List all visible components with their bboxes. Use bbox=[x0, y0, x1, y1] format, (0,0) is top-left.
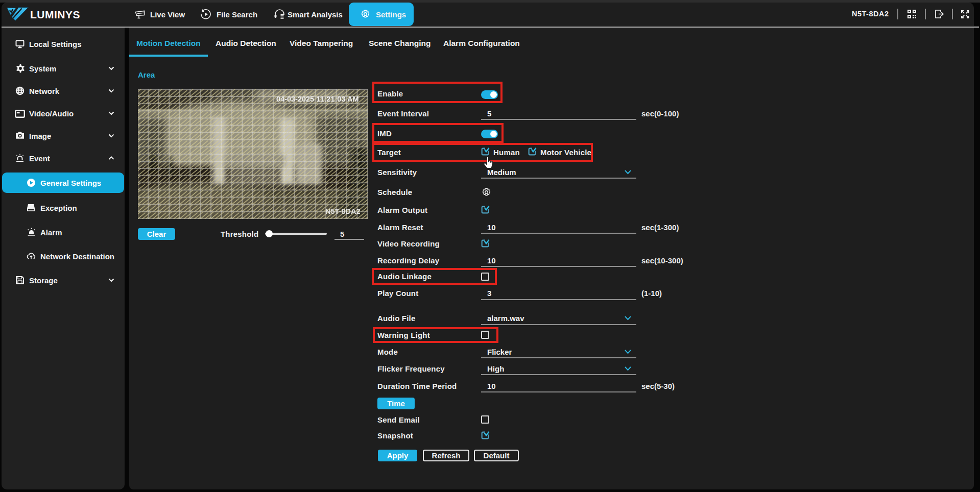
svg-text:04-03-2025 11:21:03 AM: 04-03-2025 11:21:03 AM bbox=[276, 95, 358, 103]
svg-text:N5T-8DA2: N5T-8DA2 bbox=[325, 207, 361, 215]
